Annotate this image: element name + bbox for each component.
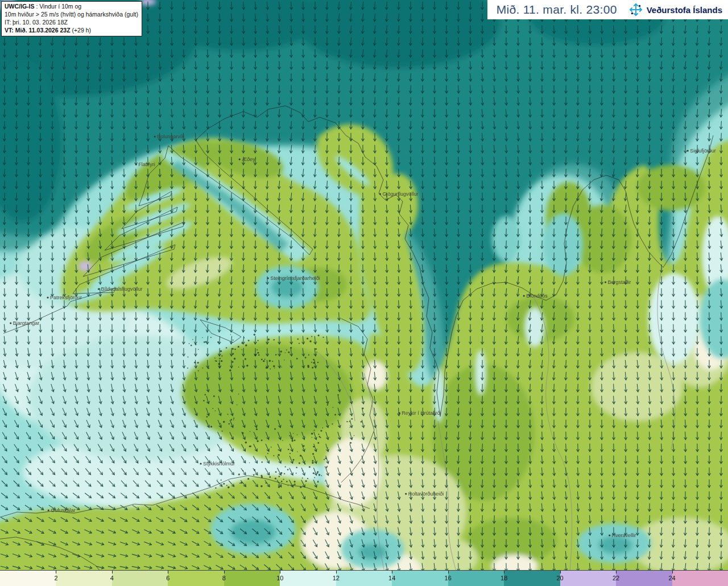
colorbar-tick-mark bbox=[224, 571, 225, 573]
colorbar-tick-label: 20 bbox=[556, 575, 563, 581]
vedurstofa-logo: Veðurstofa Íslands bbox=[628, 2, 722, 17]
colorbar-tick-label: 14 bbox=[388, 575, 395, 581]
colorbar-segment bbox=[392, 571, 448, 586]
vedurstofa-wind-star-icon bbox=[628, 2, 643, 17]
colorbar-tick-label: 4 bbox=[110, 575, 114, 581]
colorbar-tick-label: 6 bbox=[166, 575, 169, 581]
place-label: Æðey bbox=[242, 156, 255, 162]
place-label: Hveravellir bbox=[612, 533, 636, 538]
colorbar-tick-label: 18 bbox=[500, 575, 507, 581]
colorbar-tick-mark bbox=[112, 571, 113, 573]
colorbar-tick-mark bbox=[504, 571, 504, 573]
place-marker-dot bbox=[98, 288, 100, 290]
place-label: Blönduós bbox=[526, 293, 548, 299]
place-marker-dot bbox=[609, 534, 610, 536]
weather-forecast-app: BolungarvíkFlateyriÆðeyGjögurflugvöllurS… bbox=[0, 0, 728, 586]
info-line-3: IT: þri. 10. 03. 2026 18Z bbox=[5, 19, 138, 27]
colorbar-tick-label: 16 bbox=[445, 575, 452, 581]
colorbar-segment bbox=[560, 571, 617, 586]
colorbar-segment bbox=[224, 571, 280, 586]
info-line-1: UWC/IG-IS : Vindur í 10m og bbox=[5, 3, 138, 11]
place-marker-dot bbox=[267, 277, 269, 279]
info-line-4: VT: Mið. 11.03.2026 23Z (+29 h) bbox=[5, 27, 138, 35]
colorbar-segment bbox=[56, 571, 112, 586]
place-marker-dot bbox=[405, 493, 407, 494]
place-label: Bolungarvík bbox=[157, 134, 184, 139]
wind-speed-colorbar: 24681012141618202224 bbox=[0, 570, 728, 586]
colorbar-tick-label: 8 bbox=[222, 575, 226, 581]
place-marker-dot bbox=[605, 281, 606, 283]
colorbar-segment bbox=[616, 571, 672, 586]
colorbar-segment bbox=[504, 571, 560, 586]
place-marker-dot bbox=[10, 322, 11, 324]
place-marker-dot bbox=[379, 193, 381, 195]
wind-forecast-map: BolungarvíkFlateyriÆðeyGjögurflugvöllurS… bbox=[0, 0, 728, 570]
colorbar-segment bbox=[168, 571, 224, 586]
colorbar-tick-mark bbox=[672, 571, 673, 573]
place-label: Flateyri bbox=[138, 162, 155, 167]
colorbar-tick-mark bbox=[560, 571, 561, 573]
place-marker-dot bbox=[239, 158, 241, 160]
place-marker-dot bbox=[399, 412, 400, 414]
colorbar-tick-mark bbox=[448, 571, 449, 573]
place-label: Bjargtangar bbox=[13, 320, 40, 326]
model-info-box: UWC/IG-IS : Vindur í 10m og 10m hviður >… bbox=[1, 1, 142, 36]
colorbar-tick-mark bbox=[616, 571, 617, 573]
place-marker-dot bbox=[47, 296, 48, 298]
logo-text: Veðurstofa Íslands bbox=[647, 5, 722, 15]
colorbar-segment bbox=[672, 571, 728, 586]
place-label: Bergstaðir bbox=[607, 279, 631, 285]
place-label: Siglufjörður bbox=[690, 148, 716, 154]
colorbar-tick-mark bbox=[56, 571, 56, 573]
place-marker-dot bbox=[200, 463, 201, 464]
colorbar-segment bbox=[0, 571, 56, 586]
datetime-box: Mið. 11. mar. kl. 23:00 Veðurstofa Íslan… bbox=[487, 0, 728, 19]
colorbar-tick-label: 24 bbox=[668, 575, 675, 581]
place-marker-dot bbox=[135, 163, 137, 165]
colorbar-tick-label: 2 bbox=[54, 575, 57, 581]
place-label: Holtavörðuheiði bbox=[408, 491, 444, 497]
place-marker-dot bbox=[48, 509, 49, 511]
place-marker-dot bbox=[154, 135, 156, 137]
model-id: UWC/IG-IS bbox=[5, 3, 35, 10]
place-label: Bíldudalsflugvöllur bbox=[101, 286, 142, 292]
place-marker-dot bbox=[523, 295, 525, 296]
colorbar-tick-mark bbox=[168, 571, 168, 573]
place-label: Reykir í Hrútafirði bbox=[402, 410, 441, 416]
colorbar-tick-label: 10 bbox=[276, 575, 283, 581]
colorbar-tick-label: 12 bbox=[333, 575, 340, 581]
colorbar-tick-label: 22 bbox=[613, 575, 619, 581]
valid-time-label: Mið. 11. mar. kl. 23:00 bbox=[497, 3, 617, 16]
place-label: Gufuskálar bbox=[51, 507, 76, 513]
place-label: Stykkishólmur bbox=[203, 461, 235, 467]
place-label: Patreksfjörður bbox=[50, 295, 82, 300]
colorbar-tick-mark bbox=[392, 571, 392, 573]
info-line-2: 10m hviður > 25 m/s (hvítt) og hámarkshv… bbox=[5, 11, 138, 19]
colorbar-tick-mark bbox=[336, 571, 337, 573]
colorbar-segment bbox=[280, 571, 336, 586]
colorbar-segment bbox=[448, 571, 504, 586]
place-marker-dot bbox=[687, 150, 689, 151]
place-label: Steingrímsfjarðarheiði bbox=[270, 275, 320, 281]
colorbar-tick-mark bbox=[280, 571, 280, 573]
colorbar-segment bbox=[336, 571, 392, 586]
colorbar-segment bbox=[112, 571, 168, 586]
place-label: Gjögurflugvöllur bbox=[382, 191, 418, 197]
